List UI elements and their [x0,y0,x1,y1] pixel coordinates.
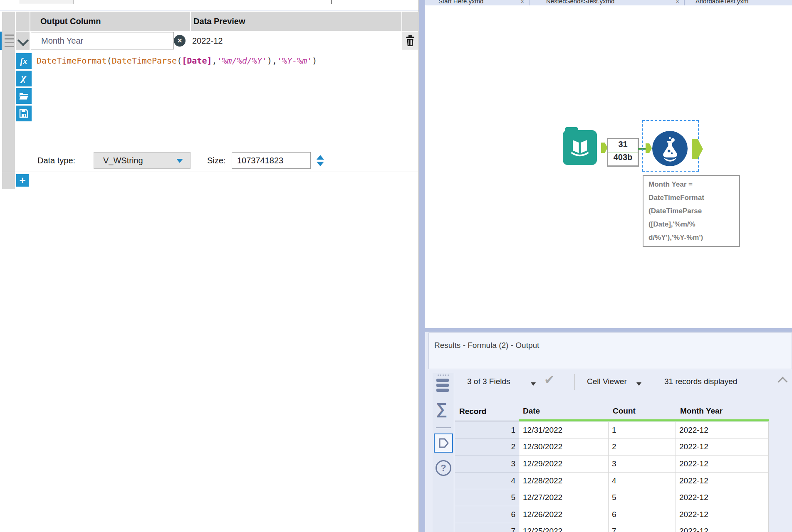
connection-progress-label[interactable]: 31 403b [607,138,639,167]
table-cell[interactable]: 12/26/2022 [519,506,609,523]
table-cell[interactable]: 12/29/2022 [519,456,609,473]
formula-token: DateTimeFormat [37,56,107,66]
table-row[interactable]: 112/31/202212022-12 [455,422,769,439]
formula-token: , [212,56,217,66]
table-cell[interactable]: 2022-12 [676,456,769,473]
table-cell[interactable]: 7 [455,523,519,532]
table-cell[interactable]: 2 [455,439,519,456]
cell-viewer-caret-icon[interactable] [636,382,641,386]
fields-filter-label[interactable]: 3 of 3 Fields [467,375,510,388]
table-cell[interactable]: 12/28/2022 [519,473,609,490]
table-row[interactable]: 512/27/202252022-12 [455,489,769,506]
table-cell[interactable]: 1 [455,422,519,439]
tab-close-icon[interactable]: x [676,0,679,4]
delete-expression-button[interactable] [402,32,418,50]
table-cell[interactable]: 2022-12 [676,439,769,456]
fields-caret-icon[interactable] [531,382,536,386]
delete-column-header [402,12,418,31]
table-cell[interactable]: 2022-12 [676,523,769,532]
sigma-view-icon[interactable]: ∑ [436,401,447,416]
row-drag-handle[interactable] [5,34,14,47]
table-cell[interactable]: 2022-12 [676,489,769,506]
cell-viewer-label[interactable]: Cell Viewer [587,375,627,388]
table-cell[interactable]: 12/30/2022 [519,439,609,456]
tab-affordable-test[interactable]: AffordableTest.yxm [685,0,792,5]
close-icon: ✕ [177,37,183,44]
saved-expressions-button[interactable] [16,88,32,104]
spinner-up-icon[interactable] [317,155,324,160]
table-cell[interactable]: 12/25/2022 [519,523,609,532]
formula-token: DateTimeParse [112,56,177,66]
workspace-area: Start Here.yxmd x NestedSendsStest.yxmd … [425,0,792,532]
table-cell[interactable]: 12/27/2022 [519,489,609,506]
records-displayed-label: 31 records displayed [664,375,737,388]
table-cell[interactable]: 2 [609,439,676,456]
formula-expression[interactable]: DateTimeFormat(DateTimeParse([Date],'%m/… [37,53,317,68]
strip-grip-dots[interactable] [438,374,449,376]
formula-token: '%m/%d/%Y' [217,56,267,66]
table-row[interactable]: 712/25/202272022-12 [455,523,769,532]
fx-icon: fx [20,56,27,66]
input-data-tool[interactable] [563,130,597,165]
formula-flask-icon [657,135,683,162]
spinner-down-icon[interactable] [317,162,324,166]
tab-nested-sends[interactable]: NestedSendsStest.yxmd x [530,0,685,5]
table-cell[interactable]: 4 [609,473,676,490]
column-header-count[interactable]: Count [609,402,676,421]
alteryx-designer-window: Output Column Data Preview Month Year ✕ … [0,0,792,532]
table-row[interactable]: 612/26/202262022-12 [455,506,769,523]
functions-button[interactable]: fx [16,53,32,69]
tab-start-here[interactable]: Start Here.yxmd x [425,0,530,5]
table-cell[interactable]: 12/31/2022 [519,422,609,439]
add-expression-button[interactable]: + [16,174,29,187]
list-view-icon[interactable] [436,379,449,392]
table-cell[interactable]: 6 [609,506,676,523]
column-header-record[interactable]: Record [455,402,519,421]
column-header-month-year[interactable]: Month Year [676,402,769,421]
tool-annotation[interactable]: Month Year = DateTimeFormat (DateTimePar… [643,175,740,247]
clear-field-button[interactable]: ✕ [174,35,186,47]
table-cell[interactable]: 2022-12 [676,422,769,439]
size-input[interactable]: 1073741823 [232,152,311,169]
table-row[interactable]: 312/29/202232022-12 [455,456,769,473]
help-icon[interactable]: ? [436,460,451,476]
data-preview-header: Data Preview [191,12,401,31]
strip-separator [436,427,451,428]
tab-close-icon[interactable]: x [521,0,524,4]
connection-data-size: 403b [608,153,638,162]
output-column-name-input[interactable]: Month Year [31,32,174,49]
table-cell[interactable]: 3 [609,456,676,473]
formula-token: , [272,56,277,66]
table-row[interactable]: 212/30/202222022-12 [455,439,769,456]
table-cell[interactable]: 7 [609,523,676,532]
table-row[interactable]: 412/28/202242022-12 [455,473,769,490]
toolbar-edge-chevron-icon[interactable] [777,377,787,387]
table-cell[interactable]: 2022-12 [676,506,769,523]
formula-config-panel: Output Column Data Preview Month Year ✕ … [0,0,419,532]
panel-splitter[interactable] [419,0,426,532]
formula-token: ) [267,56,272,66]
table-cell[interactable]: 6 [455,506,519,523]
formula-tool[interactable] [652,131,688,166]
results-table-body: 112/31/202212022-12212/30/202222022-1231… [455,422,769,532]
table-cell[interactable]: 4 [455,473,519,490]
clipped-toolbar-fragment [19,0,74,4]
results-title: Results - Formula (2) - Output [434,341,539,350]
variables-button[interactable]: χ [16,71,32,86]
formula-token: [Date] [182,56,212,66]
table-cell[interactable]: 2022-12 [676,473,769,490]
variable-x-icon: χ [21,71,26,84]
table-cell[interactable]: 3 [455,456,519,473]
save-expression-button[interactable] [16,106,32,121]
table-cell[interactable]: 5 [455,489,519,506]
size-value: 1073741823 [237,156,283,165]
column-header-date[interactable]: Date [519,402,609,421]
clipped-ui-tick [331,0,332,4]
data-view-button-selected[interactable] [434,433,453,453]
workflow-canvas[interactable] [425,5,792,328]
output-column-header-label: Output Column [40,17,101,26]
apply-check-icon[interactable]: ✔ [544,372,554,387]
size-spinner[interactable] [313,152,328,169]
table-cell[interactable]: 5 [609,489,676,506]
table-cell[interactable]: 1 [609,422,676,439]
